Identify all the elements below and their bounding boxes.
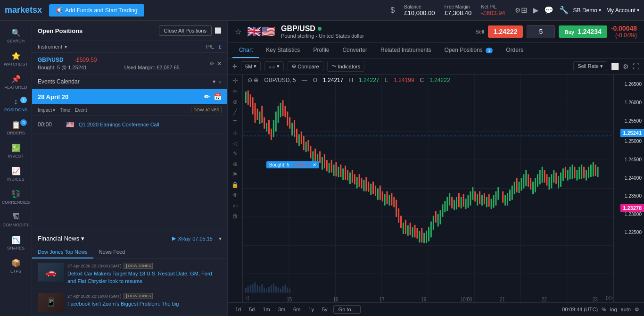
- sidebar-item-search[interactable]: 🔍 SEARCH: [0, 25, 32, 46]
- indicators-button[interactable]: 〜 Indicators: [327, 61, 365, 72]
- news-expand-icon[interactable]: ▾: [219, 235, 222, 242]
- news-headline-1[interactable]: Detroit Car Makers Target May 18 U.S. Re…: [67, 270, 222, 285]
- sidebar-item-invest[interactable]: 💹 INVEST: [0, 141, 32, 161]
- tab-chart[interactable]: Chart: [232, 43, 259, 58]
- eye-icon[interactable]: 👁: [232, 192, 238, 199]
- chart-canvas[interactable]: ⊙ ⊕ GBP/USD, 5 — O 1.24217 H 1.24227 L 1…: [243, 75, 613, 302]
- news-headline-2[interactable]: Facebook Isn't Zoom's Biggest Problem: T…: [67, 300, 222, 308]
- text-tool-icon[interactable]: T: [233, 119, 237, 126]
- sidebar-item-positions[interactable]: ↕ 1 POSITIONS: [0, 95, 32, 115]
- news-dropdown[interactable]: Financial News ▾: [38, 235, 84, 242]
- sidebar-label-orders: ORDERS: [7, 131, 25, 135]
- expand-chart-icon[interactable]: ⛶: [633, 63, 639, 70]
- tag-icon[interactable]: 🏷: [232, 202, 238, 209]
- tab-key-statistics[interactable]: Key Statistics: [259, 43, 306, 58]
- zoom-plus-icon[interactable]: ⊕: [233, 161, 238, 167]
- tab-related-instruments[interactable]: Related Instruments: [374, 43, 438, 58]
- sidebar-item-indices[interactable]: 📈 INDICES: [0, 164, 32, 184]
- sidebar-item-orders[interactable]: 📋 0 ORDERS: [0, 117, 32, 138]
- currency-toggle[interactable]: £: [219, 44, 222, 50]
- sell-price-button[interactable]: 1.24222: [488, 25, 523, 38]
- tab-news-feed[interactable]: News Feed: [93, 246, 131, 258]
- quantity-input[interactable]: [527, 25, 555, 38]
- arrow-left-icon[interactable]: ◁: [233, 140, 237, 147]
- add-funds-button[interactable]: 📢 Add Funds and Start Trading: [49, 4, 144, 17]
- my-account-chevron-icon: ▾: [637, 8, 639, 13]
- chart-settings-icon[interactable]: ⚙: [635, 307, 639, 313]
- filter-icon[interactable]: ▾: [65, 44, 67, 50]
- tf-6m[interactable]: 6m: [290, 306, 303, 313]
- price-10: 1.23000: [622, 211, 644, 217]
- chart-type-button[interactable]: ⬦⬦ ▾: [264, 61, 284, 71]
- tf-1m[interactable]: 1m: [260, 306, 273, 313]
- position-actions: ✏ ✕: [210, 60, 222, 67]
- tf-5d[interactable]: 5d: [246, 306, 257, 313]
- measure-icon[interactable]: ⊹: [233, 130, 238, 136]
- event-name[interactable]: Q1 2020 Earnings Conference Call: [79, 122, 222, 127]
- timeframe-button[interactable]: 5M ▾: [241, 61, 261, 71]
- account-section[interactable]: SB Demo ▾ My Account ▾: [573, 7, 639, 14]
- events-calendar-icon[interactable]: 📅: [214, 93, 222, 100]
- svg-rect-149: [558, 176, 559, 189]
- tf-1d[interactable]: 1d: [232, 306, 244, 313]
- crosshair2-icon[interactable]: ⊕: [233, 99, 238, 105]
- tools-icon[interactable]: 🔧: [559, 6, 569, 15]
- close-position-x-icon[interactable]: ✕: [313, 162, 316, 167]
- close-all-button[interactable]: Close All Positions: [159, 25, 212, 36]
- pl-col-header: P/L: [206, 44, 214, 50]
- tab-converter[interactable]: Converter: [336, 43, 374, 58]
- expand-icon[interactable]: ⬜: [215, 27, 222, 34]
- crosshair-tool-icon[interactable]: ✛: [232, 77, 238, 84]
- events-expand-icon[interactable]: ⬦: [218, 78, 222, 85]
- events-chevron-icon[interactable]: ▾: [213, 78, 215, 85]
- tf-5y[interactable]: 5y: [319, 306, 330, 313]
- sidebar-item-currencies[interactable]: 💱 CURRENCIES: [0, 187, 32, 208]
- svg-rect-18: [252, 97, 254, 114]
- tab-orders[interactable]: Orders: [499, 43, 530, 58]
- settings-chart-icon[interactable]: ⚙: [623, 63, 629, 70]
- sidebar-item-shares[interactable]: 📉 SHARES: [0, 233, 32, 253]
- tab-open-positions[interactable]: Open Positions 1: [438, 43, 499, 58]
- fullscreen-icon[interactable]: ⬜: [611, 63, 619, 70]
- pen-tool-icon[interactable]: ✏: [233, 88, 238, 95]
- svg-rect-121: [491, 199, 492, 209]
- tab-dow-jones-top-news[interactable]: Dow Jones Top News: [32, 246, 93, 258]
- top-navigation: marketsx 📢 Add Funds and Start Trading $…: [0, 0, 644, 21]
- sidebar-item-commodity[interactable]: 🏗 COMMODITY: [0, 210, 32, 230]
- diagonal-icon[interactable]: ╱: [233, 109, 237, 116]
- edit-position-icon[interactable]: ✏: [210, 60, 215, 67]
- pencil2-icon[interactable]: ✎: [233, 150, 238, 157]
- events-edit-icon[interactable]: ✏: [204, 93, 210, 100]
- chat-icon[interactable]: 💬: [544, 6, 553, 15]
- crosshair-icon[interactable]: ✛: [232, 63, 237, 70]
- play-icon[interactable]: ▶: [533, 6, 538, 15]
- sidebar-item-featured[interactable]: 📌 FEATURED: [0, 72, 32, 92]
- svg-rect-102: [446, 197, 448, 211]
- tf-1y[interactable]: 1y: [305, 306, 317, 313]
- sidebar-item-etfs[interactable]: 📦 ETFS: [0, 256, 32, 276]
- position-instrument[interactable]: GBP/USD: [38, 57, 71, 63]
- impact-col[interactable]: Impact ▾: [38, 108, 55, 113]
- ohlc-l-label: L: [385, 77, 388, 83]
- settings-icon[interactable]: ⚙: [515, 7, 521, 14]
- tab-profile[interactable]: Profile: [306, 43, 336, 58]
- percent-toggle[interactable]: %: [602, 307, 606, 312]
- tf-3m[interactable]: 3m: [275, 306, 288, 313]
- grid-icon[interactable]: ⊞: [521, 6, 527, 15]
- auto-toggle[interactable]: auto: [621, 307, 631, 312]
- news-xray[interactable]: ▶ XRay 07:05:15: [172, 235, 213, 241]
- sidebar-item-watchlist[interactable]: ⭐ WATCHLIST: [0, 49, 32, 69]
- price-chart-svg[interactable]: 15 16 17 19 10:00 21 22 23 ◁ ▷▷: [243, 75, 613, 302]
- sell-rate-button[interactable]: Sell Rate ▾: [573, 61, 607, 71]
- goto-button[interactable]: Go to...: [333, 305, 361, 314]
- flag-tool-icon[interactable]: ⚑: [232, 171, 238, 178]
- trash-icon[interactable]: 🗑: [232, 213, 238, 219]
- log-toggle[interactable]: log: [610, 307, 617, 312]
- svg-rect-174: [261, 284, 263, 292]
- buy-price-button[interactable]: Buy 1.24234: [559, 25, 607, 38]
- svg-rect-169: [250, 285, 251, 293]
- compare-button[interactable]: ⊕ Compare: [288, 61, 323, 71]
- lock-icon[interactable]: 🔒: [231, 182, 239, 188]
- watchlist-star-icon[interactable]: ☆: [235, 27, 241, 36]
- close-position-icon[interactable]: ✕: [217, 60, 222, 67]
